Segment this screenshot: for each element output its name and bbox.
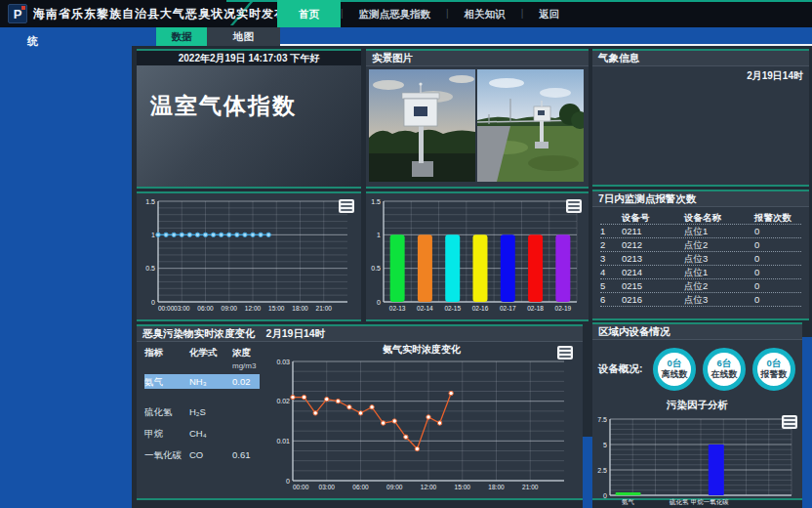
chart-toolbox-icon[interactable]	[566, 199, 582, 213]
svg-text:03:00: 03:00	[174, 305, 190, 312]
svg-text:1.5: 1.5	[145, 198, 155, 205]
nav-item-back[interactable]: 返回	[523, 0, 575, 27]
odor-cell: 硫化氢	[144, 404, 189, 419]
alarm-cell: 点位3	[684, 252, 754, 265]
tab-row-filler	[280, 27, 812, 46]
device-stat-circle: 0台报警数	[752, 348, 795, 391]
alarm-cell: 点位1	[684, 266, 754, 278]
svg-text:一氧化碳: 一氧化碳	[704, 498, 730, 506]
svg-text:0.02: 0.02	[276, 398, 290, 404]
svg-text:0.5: 0.5	[371, 265, 381, 272]
chart-toolbox-icon[interactable]	[339, 199, 354, 213]
svg-text:02-19: 02-19	[555, 305, 572, 312]
greenhouse-index-line-chart: 00.511.500:0003:0006:0009:0012:0015:0018…	[137, 193, 357, 318]
svg-text:7.5: 7.5	[597, 416, 607, 423]
svg-text:12:00: 12:00	[421, 484, 437, 490]
nav-item-home[interactable]: 首页	[277, 0, 341, 27]
logo-red-dot	[21, 6, 25, 10]
site-photos-body	[366, 66, 589, 185]
svg-text:18:00: 18:00	[488, 484, 505, 490]
odor-row-CH₄[interactable]: 甲烷CH₄	[144, 426, 265, 441]
svg-text:12:00: 12:00	[245, 305, 262, 312]
pollutant-factor-bar-chart: 02.557.5氨气硫化氢甲烷一氧化碳	[592, 414, 796, 508]
odor-cell	[232, 426, 265, 441]
alarm-cell: 0212	[622, 238, 684, 251]
pollutant-chart-wrap: 02.557.5氨气硫化氢甲烷一氧化碳	[592, 414, 802, 508]
odor-col-indicator: 指标	[144, 347, 189, 370]
alarm-cell: 0	[754, 252, 801, 265]
alarm-table-row: 20212点位20	[600, 238, 801, 252]
odor-row-CO[interactable]: 一氧化碳CO0.61	[144, 447, 265, 462]
alarm-cell: 0	[754, 293, 801, 306]
svg-text:甲烷: 甲烷	[691, 498, 705, 505]
device-stat-circle: 0台离线数	[653, 348, 696, 391]
devices-header: 区域内设备情况	[592, 324, 802, 340]
chart-toolbox-icon[interactable]	[782, 415, 797, 429]
nav-item-knowledge[interactable]: 相关知识	[449, 0, 521, 27]
alarm-cell: 1	[600, 225, 622, 237]
svg-text:2.5: 2.5	[597, 467, 607, 474]
alarm-table-row: 50215点位20	[600, 279, 801, 293]
odor-header: 恶臭污染物实时浓度变化 2月19日14时	[137, 326, 583, 342]
svg-text:02-13: 02-13	[389, 305, 406, 312]
stat-count: 0台	[668, 359, 682, 368]
alarm-cell: 0211	[622, 225, 684, 237]
tab-map[interactable]: 地图	[207, 27, 280, 46]
top-navbar: P 海南省乐东黎族自治县大气恶臭状况实时发布系 首页|监测点恶臭指数|相关知识|…	[0, 0, 812, 27]
datetime-bar: 2022年2月19日 14:17:03 下午好	[137, 51, 361, 65]
alarm-counts-header: 7日内监测点报警次数	[592, 191, 809, 207]
app-title-overflow: 统	[27, 34, 38, 49]
alarm-col-header	[600, 211, 622, 224]
odor-row-H₂S[interactable]: 硫化氢H₂S	[144, 404, 265, 419]
alarm-cell: 0216	[622, 293, 684, 306]
svg-text:09:00: 09:00	[386, 484, 403, 490]
svg-text:0.01: 0.01	[276, 438, 290, 444]
svg-text:03:00: 03:00	[319, 484, 336, 490]
stat-count: 0台	[767, 359, 782, 368]
devices-body: 设备概况: 0台离线数6台在线数0台报警数 污染因子分析 02.557.5氨气硫…	[592, 340, 802, 508]
weather-body: 2月19日14时	[592, 66, 809, 183]
alarm-cell: 点位2	[684, 279, 754, 292]
svg-text:02-16: 02-16	[472, 305, 489, 312]
app-title: 海南省乐东黎族自治县大气恶臭状况实时发布系	[33, 0, 300, 27]
alarm-table-row: 10211点位10	[600, 225, 801, 238]
svg-text:21:00: 21:00	[522, 484, 539, 490]
svg-text:0: 0	[603, 492, 607, 499]
svg-text:02-18: 02-18	[527, 305, 544, 312]
stat-label: 报警数	[761, 369, 788, 380]
sidebar: 统	[0, 27, 132, 508]
odor-col-formula: 化学式	[189, 347, 232, 370]
svg-text:0: 0	[377, 299, 381, 306]
device-stat-circles: 0台离线数6台在线数0台报警数	[653, 348, 795, 391]
alarm-cell: 0	[754, 238, 801, 251]
odor-cell: 甲烷	[144, 426, 189, 441]
svg-text:15:00: 15:00	[455, 484, 471, 490]
panel-site-photos: 实景图片	[366, 49, 589, 189]
alarm-cell: 4	[600, 266, 622, 278]
panel-odor-concentration: 恶臭污染物实时浓度变化 2月19日14时 指标 化学式 浓度 mg/m3 氨气N…	[137, 324, 583, 500]
alarm-table: 设备号设备名称报警次数10211点位1020212点位2030213点位3040…	[592, 207, 809, 307]
odor-cell: CH₄	[189, 426, 232, 441]
odor-cell: 0.61	[232, 447, 265, 462]
odor-cell: 0.02	[232, 374, 260, 389]
ammonia-chart-wrap: 00.010.020.0300:0003:0006:0009:0012:0015…	[265, 342, 583, 497]
svg-text:氨气实时浓度变化: 氨气实时浓度变化	[382, 344, 462, 355]
alarm-table-row: 30213点位30	[600, 252, 801, 266]
svg-text:00:00: 00:00	[293, 484, 309, 490]
svg-text:0.5: 0.5	[145, 265, 155, 272]
odor-row-NH₃[interactable]: 氨气NH₃0.02	[144, 374, 260, 389]
panel-region-devices: 区域内设备情况 设备概况: 0台离线数6台在线数0台报警数 污染因子分析 02.…	[592, 322, 802, 500]
chart-toolbox-icon[interactable]	[557, 346, 573, 360]
daily-odor-index-bar-chart: 00.511.502-1302-1402-1502-1602-1702-1802…	[366, 193, 585, 318]
tab-data[interactable]: 数据	[156, 27, 207, 46]
alarm-cell: 2	[600, 238, 622, 251]
odor-cell	[232, 404, 265, 419]
odor-table-head: 指标 化学式 浓度 mg/m3	[144, 347, 265, 370]
nav-item-odor-index[interactable]: 监测点恶臭指数	[344, 0, 447, 27]
background-blue-strip	[802, 337, 812, 508]
odor-rows: 氨气NH₃0.02硫化氢H₂S甲烷CH₄一氧化碳CO0.61	[144, 374, 265, 462]
svg-text:硫化氢: 硫化氢	[669, 498, 689, 506]
alarm-cell: 0	[754, 225, 801, 237]
pollutant-analysis-title: 污染因子分析	[592, 393, 802, 414]
svg-text:02-17: 02-17	[500, 305, 516, 312]
